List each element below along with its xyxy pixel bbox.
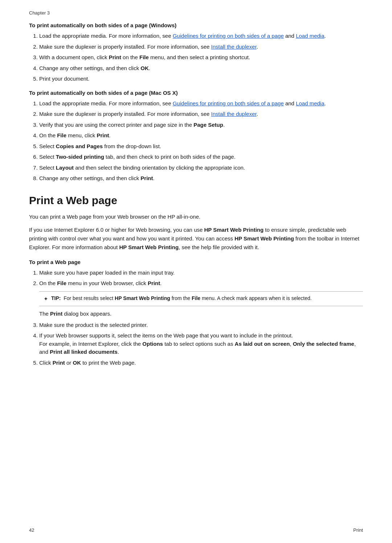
tip-content: TIP: For best results select HP Smart We…	[51, 295, 312, 302]
footer-section-label: Print	[353, 527, 363, 533]
list-item: On the File menu in your Web browser, cl…	[39, 279, 363, 288]
windows-steps-list: Load the appropriate media. For more inf…	[29, 32, 363, 83]
load-media-link-2[interactable]: Load media	[296, 100, 324, 106]
guidelines-link-1[interactable]: Guidelines for printing on both sides of…	[173, 33, 284, 39]
windows-section: To print automatically on both sides of …	[29, 22, 363, 83]
windows-heading: To print automatically on both sides of …	[29, 22, 363, 28]
install-duplexer-link-1[interactable]: Install the duplexer	[211, 44, 257, 50]
footer-page-number: 42	[29, 527, 34, 533]
mac-section: To print automatically on both sides of …	[29, 90, 363, 183]
chapter-label: Chapter 3	[29, 10, 363, 16]
print-dialog-text: The Print dialog box appears.	[39, 310, 363, 318]
web-para-2: If you use Internet Explorer 6.0 or high…	[29, 226, 363, 252]
list-item: Load the appropriate media. For more inf…	[39, 100, 363, 108]
mac-steps-list: Load the appropriate media. For more inf…	[29, 100, 363, 183]
list-item: Verify that you are using the correct pr…	[39, 121, 363, 129]
install-duplexer-link-2[interactable]: Install the duplexer	[211, 111, 257, 117]
list-item: Make sure you have paper loaded in the m…	[39, 269, 363, 277]
print-web-heading: Print a Web page	[29, 194, 363, 207]
guidelines-link-2[interactable]: Guidelines for printing on both sides of…	[173, 100, 284, 106]
list-item: Select Two-sided printing tab, and then …	[39, 153, 363, 161]
list-item: Change any other settings, and then clic…	[39, 64, 363, 73]
print-web-steps-cont-list: Make sure the product is the selected pr…	[29, 321, 363, 367]
list-item: Click Print or OK to print the Web page.	[39, 359, 363, 367]
list-item: If your Web browser supports it, select …	[39, 332, 363, 356]
mac-heading: To print automatically on both sides of …	[29, 90, 363, 96]
print-web-section: Print a Web page You can print a Web pag…	[29, 194, 363, 367]
list-item: Select Copies and Pages from the drop-do…	[39, 142, 363, 151]
print-web-steps-list: Make sure you have paper loaded in the m…	[29, 269, 363, 288]
list-item: Select Layout and then select the bindin…	[39, 164, 363, 172]
web-para-1: You can print a Web page from your Web b…	[29, 212, 363, 221]
list-item: Make sure the duplexer is properly insta…	[39, 110, 363, 118]
list-item: Change any other settings, and then clic…	[39, 174, 363, 183]
list-item: Print your document.	[39, 75, 363, 83]
list-item: On the File menu, click Print.	[39, 131, 363, 140]
page-footer: 42 Print	[29, 527, 363, 533]
print-web-subheading: To print a Web page	[29, 259, 363, 265]
list-item: Make sure the duplexer is properly insta…	[39, 43, 363, 51]
tip-box: ✦ TIP: For best results select HP Smart …	[39, 291, 363, 307]
list-item: With a document open, click Print on the…	[39, 53, 363, 62]
tip-icon: ✦	[44, 295, 48, 303]
list-item: Make sure the product is the selected pr…	[39, 321, 363, 329]
load-media-link-1[interactable]: Load media	[296, 33, 324, 39]
list-item: Load the appropriate media. For more inf…	[39, 32, 363, 40]
